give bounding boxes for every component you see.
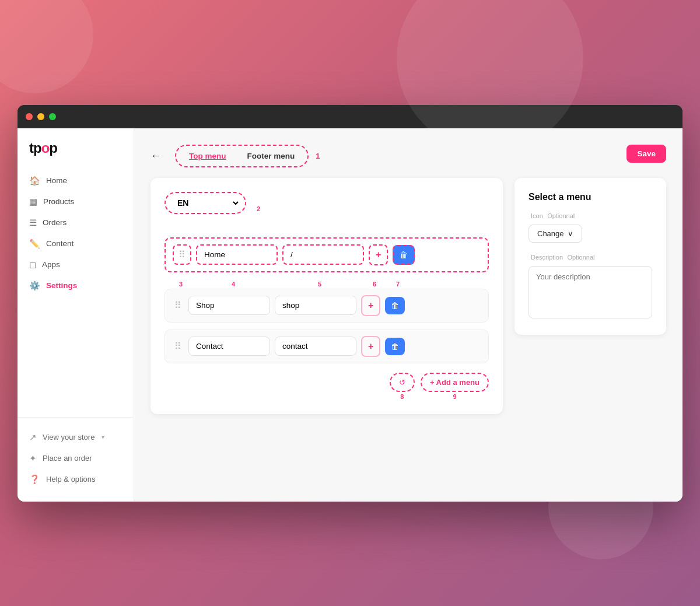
bg-decoration-1	[0, 0, 93, 93]
description-textarea[interactable]	[528, 266, 652, 318]
reset-icon: ↺	[399, 378, 405, 387]
sidebar-item-products-label: Products	[43, 197, 74, 206]
sidebar-item-content-label: Content	[46, 239, 74, 248]
menu-name-home[interactable]	[196, 244, 278, 265]
menu-row-home: ⠿ + 🗑	[164, 237, 489, 272]
add-sub-menu-shop-button[interactable]: +	[361, 295, 380, 316]
bottom-num-8: 8	[400, 393, 404, 400]
tab-container: Top menu Footer menu	[175, 145, 309, 167]
tab-number-badge: 1	[316, 152, 320, 160]
menu-slug-shop[interactable]	[275, 296, 356, 315]
save-button[interactable]: Save	[626, 145, 666, 163]
num-3: 3	[172, 281, 190, 288]
description-field-label: Description Optionnal	[528, 253, 652, 261]
tabs-area: Top menu Footer menu 1	[175, 145, 320, 167]
logo-accent: o	[41, 140, 50, 156]
sidebar: tpop 🏠 Home ▦ Products ☰ Orders ✏️ Conte…	[18, 128, 134, 502]
panel-title: Select a menu	[528, 192, 652, 202]
num-4: 4	[190, 281, 276, 288]
sidebar-item-place-order-label: Place an order	[43, 454, 92, 463]
num-5: 5	[276, 281, 363, 288]
menu-name-shop[interactable]	[188, 296, 270, 315]
bottom-actions: ↺ 8 + Add a menu 9	[164, 373, 489, 400]
view-store-icon: ↗	[29, 432, 37, 443]
bottom-num-9: 9	[453, 393, 456, 400]
reset-button[interactable]: ↺	[390, 373, 415, 392]
add-sub-menu-home-button[interactable]: +	[369, 244, 388, 265]
lang-number-badge: 2	[257, 205, 260, 212]
settings-icon: ⚙️	[29, 281, 40, 291]
orders-icon: ☰	[29, 218, 37, 228]
change-icon-arrow: ∨	[568, 229, 573, 238]
drag-handle-shop[interactable]: ⠿	[172, 297, 184, 313]
place-order-icon: ✦	[29, 453, 37, 464]
sidebar-item-home-label: Home	[46, 176, 67, 185]
help-icon: ❓	[29, 474, 40, 485]
drag-handle-home[interactable]: ⠿	[173, 244, 191, 265]
minimize-dot[interactable]	[37, 113, 44, 120]
app-window: tpop 🏠 Home ▦ Products ☰ Orders ✏️ Conte…	[18, 105, 682, 502]
app-body: tpop 🏠 Home ▦ Products ☰ Orders ✏️ Conte…	[18, 128, 682, 502]
add-menu-button[interactable]: + Add a menu	[421, 373, 489, 392]
sidebar-item-view-store[interactable]: ↗ View your store ▾	[18, 427, 134, 448]
main-content: Save ← Top menu Footer menu 1	[134, 128, 682, 502]
icon-field-label: Icon Optionnal	[528, 212, 652, 220]
back-button[interactable]: ←	[150, 150, 161, 162]
sidebar-item-products[interactable]: ▦ Products	[18, 191, 134, 212]
sidebar-bottom: ↗ View your store ▾ ✦ Place an order ❓ H…	[18, 417, 134, 490]
sidebar-item-help[interactable]: ❓ Help & options	[18, 469, 134, 490]
products-icon: ▦	[29, 197, 37, 207]
delete-menu-shop-button[interactable]: 🗑	[385, 297, 405, 314]
content-icon: ✏️	[29, 239, 40, 249]
menu-row-contact: ⠿ + 🗑	[164, 330, 489, 363]
change-icon-label: Change	[537, 229, 564, 238]
close-dot[interactable]	[26, 113, 33, 120]
sidebar-item-content[interactable]: ✏️ Content	[18, 233, 134, 254]
menu-editor-card: EN FR DE ES 2 ⠿	[150, 178, 503, 414]
add-sub-menu-contact-button[interactable]: +	[361, 336, 380, 357]
menu-row-shop: ⠿ + 🗑	[164, 289, 489, 323]
right-panel: Select a menu Icon Optionnal Change ∨ De…	[514, 178, 666, 335]
titlebar	[18, 105, 682, 128]
sidebar-item-view-store-label: View your store	[43, 433, 94, 442]
lang-selector-wrap: EN FR DE ES	[164, 192, 246, 214]
delete-menu-home-button[interactable]: 🗑	[393, 245, 415, 265]
view-store-arrow: ▾	[102, 434, 104, 440]
num-6: 6	[363, 281, 386, 288]
sidebar-item-orders-label: Orders	[43, 218, 66, 227]
maximize-dot[interactable]	[49, 113, 56, 120]
menu-slug-contact[interactable]	[275, 337, 356, 356]
sidebar-item-settings[interactable]: ⚙️ Settings	[18, 275, 134, 296]
sidebar-item-help-label: Help & options	[46, 475, 96, 484]
sidebar-item-orders[interactable]: ☰ Orders	[18, 212, 134, 233]
drag-handle-contact[interactable]: ⠿	[172, 338, 184, 354]
sidebar-item-settings-label: Settings	[46, 281, 77, 290]
apps-icon: ◻	[29, 260, 36, 270]
home-icon: 🏠	[29, 176, 40, 186]
change-icon-button[interactable]: Change ∨	[528, 225, 582, 243]
sidebar-item-place-order[interactable]: ✦ Place an order	[18, 448, 134, 469]
top-bar: ← Top menu Footer menu 1	[150, 145, 666, 167]
menu-slug-home[interactable]	[282, 244, 364, 265]
lang-select[interactable]: EN FR DE ES	[170, 195, 240, 211]
delete-menu-contact-button[interactable]: 🗑	[385, 338, 405, 355]
content-row: EN FR DE ES 2 ⠿	[150, 178, 666, 414]
tab-top-menu[interactable]: Top menu	[180, 148, 236, 164]
sidebar-item-apps-label: Apps	[42, 260, 60, 269]
sidebar-item-apps[interactable]: ◻ Apps	[18, 254, 134, 275]
menu-name-contact[interactable]	[188, 337, 270, 356]
logo: tpop	[18, 140, 134, 170]
tab-footer-menu[interactable]: Footer menu	[238, 148, 304, 164]
sidebar-nav: 🏠 Home ▦ Products ☰ Orders ✏️ Content ◻	[18, 170, 134, 296]
num-7: 7	[386, 281, 410, 288]
sidebar-item-home[interactable]: 🏠 Home	[18, 170, 134, 191]
